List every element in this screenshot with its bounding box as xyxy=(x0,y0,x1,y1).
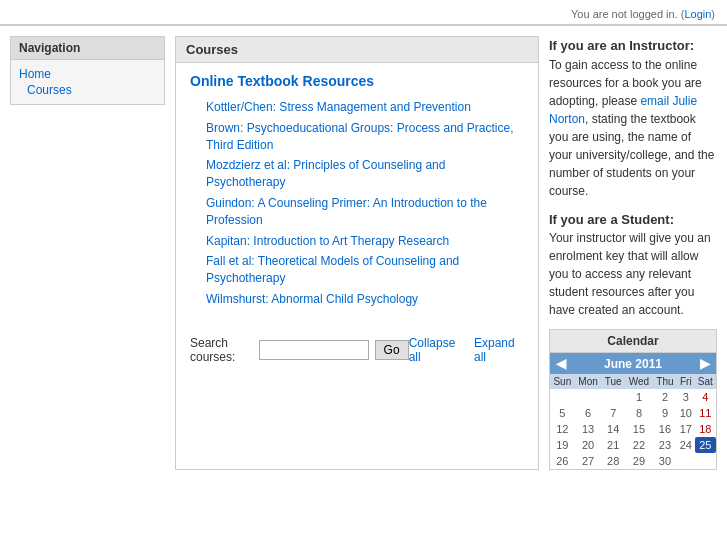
calendar-day-header: Wed xyxy=(625,374,653,389)
course-link-0[interactable]: Kottler/Chen: Stress Management and Prev… xyxy=(190,97,524,118)
navigation-block: Navigation Home Courses xyxy=(10,36,165,105)
not-logged-text: You are not logged in. ( xyxy=(571,8,684,20)
calendar-day-header: Thu xyxy=(653,374,677,389)
calendar-day-cell[interactable]: 8 xyxy=(625,405,653,421)
calendar-day-cell[interactable]: 7 xyxy=(601,405,625,421)
login-link[interactable]: Login xyxy=(684,8,711,20)
instructor-block: If you are an Instructor: To gain access… xyxy=(549,36,717,200)
textbook-heading: Online Textbook Resources xyxy=(190,73,524,89)
calendar-day-cell[interactable]: 18 xyxy=(695,421,716,437)
calendar-day-cell[interactable]: 27 xyxy=(575,453,602,469)
calendar-table: SunMonTueWedThuFriSat 123456789101112131… xyxy=(550,374,716,469)
calendar-nav: ◀ June 2011 ▶ xyxy=(550,353,716,374)
calendar-day-cell[interactable]: 20 xyxy=(575,437,602,453)
calendar-day-cell[interactable]: 26 xyxy=(550,453,575,469)
calendar-day-cell[interactable]: 23 xyxy=(653,437,677,453)
calendar-body: 1234567891011121314151617181920212223242… xyxy=(550,389,716,469)
navigation-title: Navigation xyxy=(11,37,164,60)
courses-body: Online Textbook Resources Kottler/Chen: … xyxy=(176,63,538,378)
calendar-week-row: 2627282930 xyxy=(550,453,716,469)
calendar-week-row: 19202122232425 xyxy=(550,437,716,453)
calendar-week-row: 12131415161718 xyxy=(550,421,716,437)
calendar-day-cell[interactable]: 13 xyxy=(575,421,602,437)
nav-courses-link[interactable]: Courses xyxy=(19,82,156,98)
nav-home-link[interactable]: Home xyxy=(19,66,156,82)
calendar-day-cell[interactable]: 15 xyxy=(625,421,653,437)
calendar-header-row: SunMonTueWedThuFriSat xyxy=(550,374,716,389)
calendar-day-cell[interactable]: 21 xyxy=(601,437,625,453)
top-bar: You are not logged in. (Login) xyxy=(0,0,727,26)
calendar-day-cell[interactable]: 16 xyxy=(653,421,677,437)
course-link-2[interactable]: Mozdzierz et al: Principles of Counselin… xyxy=(190,155,524,193)
expand-all-link[interactable]: Expand all xyxy=(474,336,524,364)
course-link-6[interactable]: Wilmshurst: Abnormal Child Psychology xyxy=(190,289,524,310)
main-content: Courses Online Textbook Resources Kottle… xyxy=(175,36,539,470)
calendar-prev-button[interactable]: ◀ xyxy=(556,356,566,371)
courses-section-title: Courses xyxy=(176,37,538,63)
calendar-day-cell[interactable]: 14 xyxy=(601,421,625,437)
navigation-links: Home Courses xyxy=(11,60,164,104)
calendar-day-header: Tue xyxy=(601,374,625,389)
course-link-4[interactable]: Kapitan: Introduction to Art Therapy Res… xyxy=(190,231,524,252)
calendar-block: Calendar ◀ June 2011 ▶ SunMonTueWedThuFr… xyxy=(549,329,717,470)
search-label: Search courses: xyxy=(190,336,253,364)
calendar-day-cell[interactable]: 30 xyxy=(653,453,677,469)
calendar-day-cell[interactable]: 17 xyxy=(677,421,695,437)
calendar-day-cell xyxy=(575,389,602,405)
calendar-day-cell xyxy=(695,453,716,469)
collapse-expand: Collapse all Expand all xyxy=(409,336,524,364)
instructor-title: If you are an Instructor: xyxy=(549,38,694,53)
calendar-day-cell xyxy=(550,389,575,405)
search-input[interactable] xyxy=(259,340,369,360)
course-link-5[interactable]: Fall et al: Theoretical Models of Counse… xyxy=(190,251,524,289)
calendar-week-row: 1234 xyxy=(550,389,716,405)
search-bar: Search courses: Go xyxy=(190,336,409,364)
topbar-end: ) xyxy=(711,8,715,20)
student-block: If you are a Student: Your instructor wi… xyxy=(549,210,717,320)
student-text: Your instructor will give you an enrolme… xyxy=(549,231,711,317)
student-title: If you are a Student: xyxy=(549,212,674,227)
course-link-1[interactable]: Brown: Psychoeducational Groups: Process… xyxy=(190,118,524,156)
calendar-day-cell[interactable]: 2 xyxy=(653,389,677,405)
calendar-title: Calendar xyxy=(550,330,716,353)
calendar-day-cell[interactable]: 4 xyxy=(695,389,716,405)
calendar-day-cell[interactable]: 9 xyxy=(653,405,677,421)
calendar-day-header: Sat xyxy=(695,374,716,389)
calendar-day-header: Fri xyxy=(677,374,695,389)
calendar-day-cell xyxy=(601,389,625,405)
calendar-month: June 2011 xyxy=(604,357,662,371)
calendar-day-cell[interactable]: 11 xyxy=(695,405,716,421)
calendar-day-cell[interactable]: 3 xyxy=(677,389,695,405)
calendar-day-cell xyxy=(677,453,695,469)
calendar-day-cell[interactable]: 24 xyxy=(677,437,695,453)
collapse-all-link[interactable]: Collapse all xyxy=(409,336,464,364)
calendar-day-cell[interactable]: 5 xyxy=(550,405,575,421)
calendar-next-button[interactable]: ▶ xyxy=(700,356,710,371)
search-row: Search courses: Go Collapse all Expand a… xyxy=(190,322,524,364)
calendar-day-cell[interactable]: 1 xyxy=(625,389,653,405)
calendar-day-cell[interactable]: 28 xyxy=(601,453,625,469)
calendar-day-cell[interactable]: 10 xyxy=(677,405,695,421)
calendar-day-cell[interactable]: 22 xyxy=(625,437,653,453)
calendar-day-cell[interactable]: 29 xyxy=(625,453,653,469)
calendar-day-cell[interactable]: 12 xyxy=(550,421,575,437)
sidebar: Navigation Home Courses xyxy=(10,36,165,470)
calendar-day-cell[interactable]: 6 xyxy=(575,405,602,421)
right-panel: If you are an Instructor: To gain access… xyxy=(549,36,717,470)
calendar-day-header: Sun xyxy=(550,374,575,389)
calendar-day-cell[interactable]: 25 xyxy=(695,437,716,453)
calendar-week-row: 567891011 xyxy=(550,405,716,421)
search-go-button[interactable]: Go xyxy=(375,340,409,360)
calendar-day-cell[interactable]: 19 xyxy=(550,437,575,453)
calendar-day-header: Mon xyxy=(575,374,602,389)
course-link-3[interactable]: Guindon: A Counseling Primer: An Introdu… xyxy=(190,193,524,231)
